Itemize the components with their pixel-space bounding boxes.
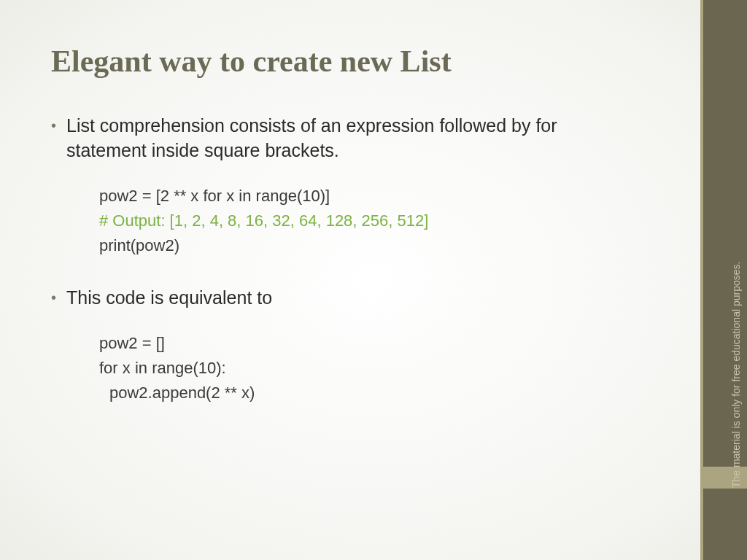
code-block-2: pow2 = [] for x in range(10): pow2.appen… (99, 331, 642, 405)
code-line: pow2 = [] (99, 331, 642, 356)
code-line: for x in range(10): (99, 356, 642, 381)
code-block-1: pow2 = [2 ** x for x in range(10)] # Out… (99, 184, 642, 258)
code-line: pow2.append(2 ** x) (109, 381, 642, 405)
bullet-item-1: • List comprehension consists of an expr… (51, 114, 642, 163)
slide-title: Elegant way to create new List (51, 44, 642, 79)
code-comment: # Output: [1, 2, 4, 8, 16, 32, 64, 128, … (99, 209, 642, 233)
code-line: print(pow2) (99, 233, 642, 258)
sidebar-disclaimer: The material is only for free educationa… (729, 313, 743, 488)
bullet-marker-icon: • (51, 118, 56, 133)
bullet-marker-icon: • (51, 290, 56, 305)
bullet-text-1: List comprehension consists of an expres… (66, 114, 642, 163)
code-line: pow2 = [2 ** x for x in range(10)] (99, 184, 642, 209)
slide-content: Elegant way to create new List • List co… (0, 0, 693, 405)
bullet-text-2: This code is equivalent to (66, 286, 272, 311)
bullet-item-2: • This code is equivalent to (51, 286, 642, 311)
